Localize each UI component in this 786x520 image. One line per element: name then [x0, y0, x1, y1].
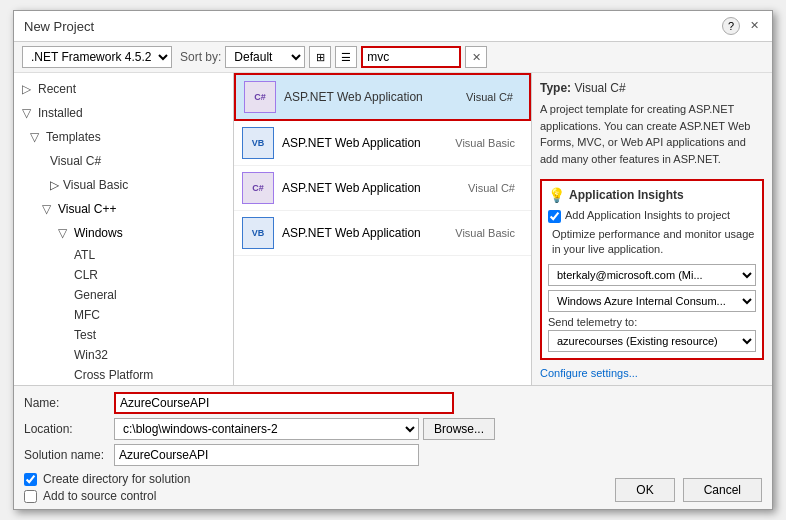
- browse-button[interactable]: Browse...: [423, 418, 495, 440]
- list-view-button[interactable]: ☰: [335, 46, 357, 68]
- cancel-button[interactable]: Cancel: [683, 478, 762, 502]
- installed-item[interactable]: ▽ Installed: [14, 101, 233, 125]
- template-item-0[interactable]: C# ASP.NET Web Application Visual C#: [234, 73, 531, 121]
- atl-item[interactable]: ATL: [14, 245, 233, 265]
- form-actions: Create directory for solution Add to sou…: [24, 472, 762, 503]
- toolbar: .NET Framework 4.5.2 Sort by: Default ⊞ …: [14, 42, 772, 73]
- visual-csharp-item[interactable]: Visual C#: [14, 149, 233, 173]
- name-input[interactable]: [114, 392, 454, 414]
- dialog-title: New Project: [24, 19, 94, 34]
- template-info-2: ASP.NET Web Application: [282, 181, 460, 195]
- visual-basic-item[interactable]: ▷Visual Basic: [14, 173, 233, 197]
- bottom-bar: Name: Location: c:\blog\windows-containe…: [14, 385, 772, 509]
- bulb-icon: 💡: [548, 187, 565, 203]
- name-row: Name:: [24, 392, 762, 414]
- location-row: Location: c:\blog\windows-containers-2 B…: [24, 418, 762, 440]
- win32-item[interactable]: Win32: [14, 345, 233, 365]
- grid-view-button[interactable]: ⊞: [309, 46, 331, 68]
- close-button[interactable]: ✕: [746, 17, 762, 33]
- telemetry-dropdown[interactable]: azurecourses (Existing resource): [548, 330, 756, 352]
- template-icon-0: C#: [244, 81, 276, 113]
- left-panel: ▷ Recent ▽ Installed ▽ Templates Visual …: [14, 73, 234, 385]
- create-dir-row: Create directory for solution: [24, 472, 190, 486]
- checkboxes: Create directory for solution Add to sou…: [24, 472, 190, 503]
- templates-list: C# ASP.NET Web Application Visual C# VB …: [234, 73, 532, 385]
- sort-label: Sort by:: [180, 50, 221, 64]
- template-info-0: ASP.NET Web Application: [284, 90, 458, 104]
- dialog-buttons: OK Cancel: [615, 478, 762, 502]
- location-dropdown[interactable]: c:\blog\windows-containers-2: [114, 418, 419, 440]
- test-item[interactable]: Test: [14, 325, 233, 345]
- telemetry-label: Send telemetry to:: [548, 316, 756, 328]
- template-info-1: ASP.NET Web Application: [282, 136, 447, 150]
- search-clear-button[interactable]: ✕: [465, 46, 487, 68]
- create-dir-checkbox[interactable]: [24, 473, 37, 486]
- insights-box: 💡 Application Insights Add Application I…: [540, 179, 764, 360]
- recent-item[interactable]: ▷ Recent: [14, 77, 233, 101]
- mfc-item[interactable]: MFC: [14, 305, 233, 325]
- help-button[interactable]: ?: [722, 17, 740, 35]
- description: A project template for creating ASP.NET …: [540, 101, 764, 167]
- template-item-1[interactable]: VB ASP.NET Web Application Visual Basic: [234, 121, 531, 166]
- ok-button[interactable]: OK: [615, 478, 674, 502]
- template-icon-1: VB: [242, 127, 274, 159]
- general-item[interactable]: General: [14, 285, 233, 305]
- windows-item[interactable]: ▽ Windows: [14, 221, 233, 245]
- title-bar-buttons: ? ✕: [722, 17, 762, 35]
- template-icon-3: VB: [242, 217, 274, 249]
- title-bar: New Project ? ✕: [14, 11, 772, 42]
- insights-title: 💡 Application Insights: [548, 187, 756, 203]
- insights-checkbox[interactable]: [548, 210, 561, 223]
- source-control-checkbox[interactable]: [24, 490, 37, 503]
- insights-checkbox-row: Add Application Insights to project: [548, 209, 756, 223]
- templates-item[interactable]: ▽ Templates: [14, 125, 233, 149]
- type-row: Type: Visual C#: [540, 81, 764, 95]
- account-dropdown[interactable]: bterkaly@microsoft.com (Mi...: [548, 264, 756, 286]
- clr-item[interactable]: CLR: [14, 265, 233, 285]
- template-item-3[interactable]: VB ASP.NET Web Application Visual Basic: [234, 211, 531, 256]
- insights-note: Optimize performance and monitor usage i…: [548, 227, 756, 258]
- cross-platform-item[interactable]: Cross Platform: [14, 365, 233, 385]
- source-control-row: Add to source control: [24, 489, 190, 503]
- framework-dropdown[interactable]: .NET Framework 4.5.2: [22, 46, 172, 68]
- template-icon-2: C#: [242, 172, 274, 204]
- configure-link[interactable]: Configure settings...: [540, 367, 638, 379]
- sort-dropdown[interactable]: Default: [225, 46, 305, 68]
- solution-row: Solution name:: [24, 444, 762, 466]
- search-input[interactable]: [361, 46, 461, 68]
- main-content: ▷ Recent ▽ Installed ▽ Templates Visual …: [14, 73, 772, 385]
- right-panel: Type: Visual C# A project template for c…: [532, 73, 772, 385]
- template-item-2[interactable]: C# ASP.NET Web Application Visual C#: [234, 166, 531, 211]
- visual-cpp-item[interactable]: ▽ Visual C++: [14, 197, 233, 221]
- new-project-dialog: New Project ? ✕ .NET Framework 4.5.2 Sor…: [13, 10, 773, 510]
- template-info-3: ASP.NET Web Application: [282, 226, 447, 240]
- subscription-dropdown[interactable]: Windows Azure Internal Consum...: [548, 290, 756, 312]
- solution-input[interactable]: [114, 444, 419, 466]
